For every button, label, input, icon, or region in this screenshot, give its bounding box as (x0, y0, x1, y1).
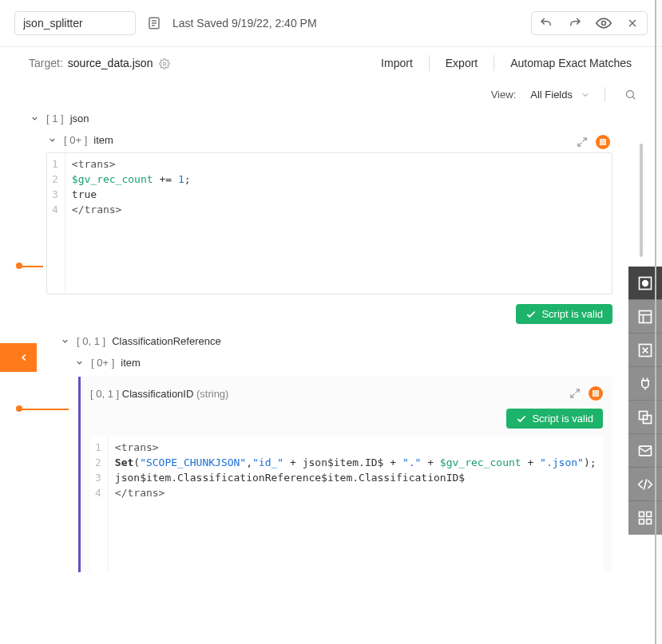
tree-node-json[interactable]: [ 1 ] json (29, 109, 612, 128)
view-label: View: (491, 89, 517, 101)
line-gutter: 1234 (47, 153, 65, 294)
tree-node-item[interactable]: [ 0+ ] item (46, 131, 612, 149)
chevron-down-icon[interactable] (29, 114, 40, 123)
close-icon[interactable] (624, 15, 640, 31)
automap-button[interactable]: Automap Exact Matches (494, 57, 648, 69)
svg-rect-4 (601, 140, 603, 142)
undo-icon[interactable] (538, 15, 554, 31)
target-value: source_data.json (68, 57, 153, 69)
expand-icon[interactable] (577, 136, 588, 148)
view-selected: All Fields (530, 89, 573, 101)
expand-icon[interactable] (569, 388, 581, 399)
valid-text: Script is valid (532, 413, 593, 425)
content-scrollbar[interactable] (640, 144, 643, 257)
svg-rect-5 (604, 140, 606, 142)
svg-rect-9 (597, 391, 599, 393)
page-scrollbar[interactable] (655, 0, 656, 644)
script-valid-badge: Script is valid (506, 409, 603, 429)
code-editor-classificationid[interactable]: 1234 <trans>Set("SCOPE_CHUNKJSON","id_" … (90, 437, 603, 572)
rail-email-icon[interactable] (628, 434, 662, 468)
rail-layout-icon[interactable] (628, 300, 662, 334)
code-lines[interactable]: <trans>Set("SCOPE_CHUNKJSON","id_" + jso… (109, 437, 603, 572)
cardinality: [ 0+ ] (64, 134, 87, 146)
connector-line (19, 266, 43, 267)
node-name: ClassificationReference (112, 335, 221, 347)
tree-node-item-2[interactable]: [ 0+ ] item (73, 354, 612, 372)
code-editor-item[interactable]: 1234 <trans>$gv_rec_count += 1;true</tra… (46, 152, 612, 294)
rail-target-icon[interactable] (628, 267, 662, 300)
collapse-left-panel-button[interactable] (11, 343, 37, 372)
chevron-down-icon[interactable] (73, 358, 85, 367)
field-block-classificationid: [ 0, 1 ] ClassificationID (string) Scrip… (78, 377, 612, 572)
view-select[interactable]: All Fields (530, 89, 590, 101)
connector-dot (16, 263, 22, 269)
rail-plugin-icon[interactable] (628, 367, 662, 401)
cardinality: [ 1 ] (46, 113, 64, 124)
svg-point-3 (627, 91, 634, 98)
redo-icon[interactable] (567, 15, 583, 31)
svg-rect-7 (604, 143, 606, 145)
header-actions (531, 11, 648, 35)
cardinality: [ 0+ ] (91, 357, 114, 369)
gear-icon[interactable] (159, 57, 170, 69)
connector-line (19, 409, 69, 410)
svg-point-1 (602, 22, 606, 26)
svg-rect-20 (647, 512, 652, 517)
code-lines[interactable]: <trans>$gv_rec_count += 1;true</trans> (65, 153, 197, 294)
svg-rect-21 (640, 520, 644, 524)
cardinality: [ 0, 1 ] (77, 335, 105, 347)
rail-code-icon[interactable] (628, 468, 662, 501)
node-name: item (121, 357, 141, 369)
script-valid-badge: Script is valid (516, 304, 612, 324)
target-label: Target: (29, 57, 63, 69)
preview-icon[interactable] (596, 15, 612, 31)
chevron-down-icon[interactable] (59, 337, 70, 346)
right-rail (628, 267, 662, 535)
svg-point-2 (164, 62, 167, 65)
divider (605, 87, 605, 101)
node-name: json (70, 113, 89, 124)
valid-text: Script is valid (541, 308, 603, 320)
rail-variable-icon[interactable] (628, 334, 662, 367)
svg-rect-6 (601, 143, 603, 145)
script-options-icon[interactable] (596, 135, 610, 149)
notes-icon[interactable] (147, 16, 161, 30)
last-saved-label: Last Saved 9/19/22, 2:40 PM (172, 17, 317, 30)
transform-name-input[interactable] (14, 11, 136, 35)
svg-rect-8 (593, 391, 596, 393)
node-name: ClassificationID (122, 388, 194, 400)
script-options-icon[interactable] (589, 386, 603, 401)
line-gutter: 1234 (90, 437, 109, 572)
export-button[interactable]: Export (430, 57, 494, 69)
import-button[interactable]: Import (365, 57, 429, 69)
rail-copy-icon[interactable] (628, 401, 662, 434)
tree-node-classificationreference[interactable]: [ 0, 1 ] ClassificationReference (59, 332, 612, 350)
svg-rect-10 (593, 394, 596, 397)
node-name: item (93, 134, 113, 146)
svg-rect-22 (647, 520, 652, 524)
rail-grid-icon[interactable] (628, 501, 662, 535)
svg-rect-19 (640, 512, 644, 517)
chevron-down-icon[interactable] (46, 136, 57, 144)
type-annotation: (string) (196, 388, 228, 400)
search-icon[interactable] (624, 88, 636, 101)
svg-rect-11 (597, 394, 599, 397)
chevron-down-icon (581, 89, 590, 101)
connector-dot (16, 405, 22, 412)
left-collapse-track (0, 343, 11, 372)
svg-point-13 (643, 280, 648, 286)
cardinality: [ 0, 1 ] (90, 388, 119, 400)
svg-rect-14 (640, 310, 652, 322)
